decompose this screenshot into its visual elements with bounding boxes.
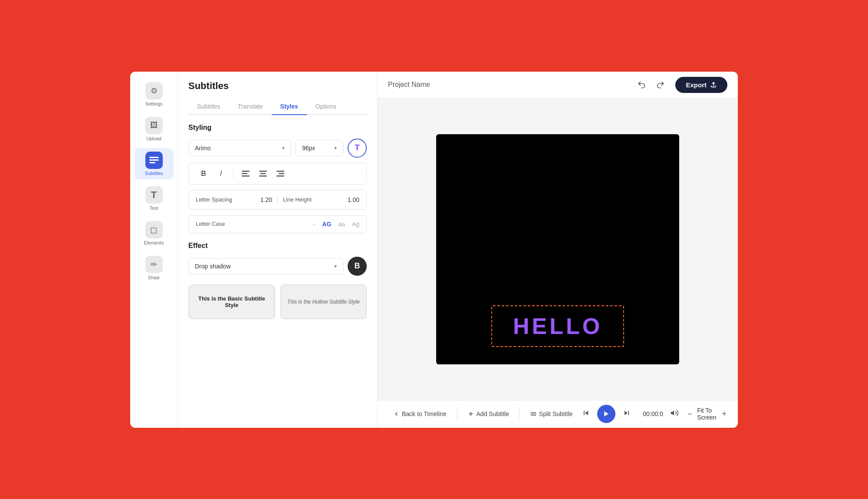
time-display: 00:00:0 [638, 410, 668, 417]
style-preset-hollow[interactable]: This is the Hollow Subtitle Style [280, 284, 367, 319]
svg-rect-7 [260, 173, 266, 174]
font-chevron-icon: ▾ [282, 145, 285, 151]
video-subtitle-box[interactable]: HELLO [491, 305, 624, 347]
svg-rect-9 [276, 171, 284, 172]
export-button[interactable]: Export [675, 77, 727, 93]
svg-marker-15 [671, 410, 674, 416]
panel-header: Subtitles Subtitles Translate Styles Opt… [178, 72, 377, 115]
case-lowercase[interactable]: aa [338, 221, 345, 228]
font-value: Arimo [195, 145, 211, 152]
preset-basic-label: This is the Basic Subtitle Style [194, 295, 270, 308]
tabs: Subtitles Translate Styles Options [188, 99, 367, 115]
project-name: Project Name [388, 81, 430, 89]
svg-rect-11 [276, 175, 284, 177]
top-bar: Project Name [378, 72, 738, 99]
effect-chevron-icon: ▾ [334, 263, 337, 269]
svg-rect-3 [242, 171, 250, 172]
export-label: Export [686, 81, 707, 89]
bottom-divider-2 [519, 407, 520, 420]
skip-back-button[interactable] [580, 407, 592, 421]
style-preset-basic[interactable]: This is the Basic Subtitle Style [188, 284, 275, 319]
volume-button[interactable] [668, 407, 681, 421]
effect-b-button[interactable]: B [348, 257, 367, 276]
split-subtitle-label: Split Subtitle [539, 410, 573, 417]
spacing-row: Letter Spacing 1.20 Line Height 1.00 [188, 190, 367, 210]
settings-icon: ⚙ [145, 82, 163, 99]
back-to-timeline-button[interactable]: Back to Timeline [386, 407, 454, 421]
right-controls: − Fit To Screen + [668, 407, 729, 421]
case-dash[interactable]: - [313, 221, 316, 228]
zoom-minus-button[interactable]: − [685, 409, 695, 420]
letter-spacing-value[interactable]: 1.20 [260, 196, 272, 203]
preset-hollow-label: This is the Hollow Subtitle Style [287, 299, 360, 305]
bottom-divider-1 [457, 407, 457, 420]
main-area: Project Name [378, 72, 738, 428]
app-body: ⚙ Settings 🖼 Upload Subtitles T [130, 72, 738, 428]
style-presets: This is the Basic Subtitle Style This is… [188, 284, 367, 319]
align-center-button[interactable] [254, 167, 272, 181]
size-select[interactable]: 96px ▾ [296, 140, 343, 156]
fit-to-screen-label: Fit To Screen [697, 407, 717, 421]
spacing-divider [277, 195, 278, 204]
styling-section-title: Styling [188, 124, 367, 132]
sidebar-label-text: Text [149, 205, 158, 211]
undo-button[interactable] [634, 77, 649, 93]
split-subtitle-button[interactable]: Split Subtitle [523, 407, 580, 421]
size-value: 96px [302, 145, 315, 152]
svg-rect-4 [242, 173, 247, 174]
svg-rect-6 [259, 171, 267, 172]
add-subtitle-label: Add Subtitle [477, 410, 510, 417]
t-style-button[interactable]: T [348, 139, 367, 158]
sidebar-item-draw[interactable]: ✏ Draw [135, 252, 174, 284]
redo-button[interactable] [653, 77, 668, 93]
align-right-button[interactable] [272, 167, 289, 181]
add-subtitle-button[interactable]: Add Subtitle [461, 407, 516, 421]
case-titlecase[interactable]: Ag [352, 221, 359, 228]
bottom-bar: Back to Timeline Add Subtitle Split Subt… [378, 400, 738, 428]
svg-rect-8 [259, 175, 267, 177]
svg-rect-0 [149, 157, 159, 158]
line-height-value[interactable]: 1.00 [348, 196, 359, 203]
play-button[interactable] [597, 405, 615, 423]
format-row: B I [188, 163, 367, 185]
sidebar-item-elements[interactable]: ◻ Elements [135, 218, 174, 249]
sidebar-item-subtitles[interactable]: Subtitles [135, 148, 174, 179]
svg-rect-1 [149, 159, 159, 161]
sidebar-label-upload: Upload [146, 136, 161, 141]
align-left-button[interactable] [237, 167, 254, 181]
skip-forward-button[interactable] [621, 407, 633, 421]
playback-controls: 00:00:0 [580, 405, 668, 423]
draw-icon: ✏ [145, 256, 163, 273]
panel: Subtitles Subtitles Translate Styles Opt… [178, 72, 378, 428]
svg-rect-10 [279, 173, 284, 174]
zoom-controls: − Fit To Screen + [685, 407, 729, 421]
svg-rect-13 [534, 413, 536, 416]
tab-styles[interactable]: Styles [272, 99, 307, 114]
case-uppercase[interactable]: AG [322, 221, 331, 228]
sidebar-label-settings: Settings [145, 101, 163, 106]
sidebar-item-upload[interactable]: 🖼 Upload [135, 113, 174, 145]
video-subtitle-text: HELLO [513, 314, 602, 339]
video-canvas: HELLO [436, 134, 679, 364]
sidebar-label-subtitles: Subtitles [145, 171, 163, 176]
video-area: HELLO [378, 99, 738, 400]
sidebar-label-elements: Elements [144, 240, 164, 245]
italic-button[interactable]: I [212, 167, 230, 181]
font-select[interactable]: Arimo ▾ [188, 140, 291, 156]
effect-select[interactable]: Drop shadow ▾ [188, 258, 343, 274]
sidebar-item-settings[interactable]: ⚙ Settings [135, 79, 174, 110]
tab-translate[interactable]: Translate [229, 99, 272, 114]
sidebar-item-text[interactable]: T Text [135, 183, 174, 214]
line-height-item: Line Height 1.00 [283, 196, 359, 203]
sidebar-label-draw: Draw [148, 275, 160, 280]
panel-title: Subtitles [188, 80, 367, 92]
styling-font-row: Arimo ▾ 96px ▾ T [188, 139, 367, 158]
svg-rect-5 [242, 175, 250, 177]
zoom-plus-button[interactable]: + [720, 409, 730, 420]
undo-redo-group [634, 77, 668, 93]
svg-marker-14 [604, 411, 608, 416]
bold-button[interactable]: B [195, 167, 212, 181]
tab-options[interactable]: Options [307, 99, 345, 114]
app-container: ⚙ Settings 🖼 Upload Subtitles T [130, 72, 738, 428]
tab-subtitles[interactable]: Subtitles [188, 99, 229, 114]
